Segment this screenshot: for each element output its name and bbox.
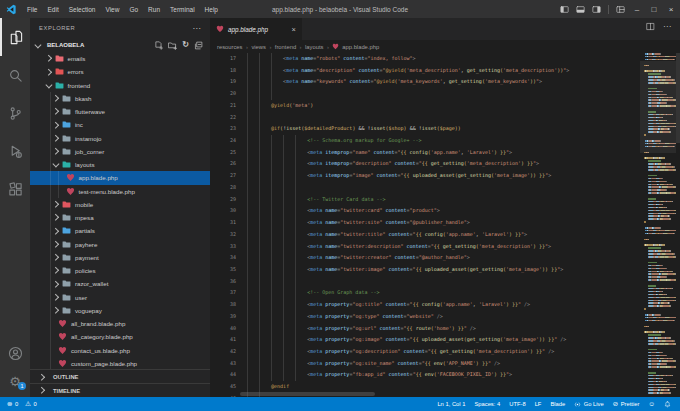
layout-bottom-icon[interactable] (576, 5, 585, 14)
vertical-scrollbar[interactable] (676, 53, 680, 143)
tree-item-policies[interactable]: policies (30, 264, 210, 277)
new-file-icon[interactable] (154, 41, 163, 50)
code-line-24[interactable]: 24<!-- Schema.org markup for Google+ --> (210, 135, 640, 147)
new-folder-icon[interactable] (168, 41, 177, 50)
tree-item-voguepay[interactable]: voguepay (30, 304, 210, 317)
tree-item-errors[interactable]: errors (30, 65, 210, 78)
layout-left-icon[interactable] (560, 5, 569, 14)
panel-timeline[interactable]: TIMELINE (30, 383, 210, 397)
menu-edit[interactable]: Edit (42, 6, 63, 13)
tree-item-mobile[interactable]: mobile (30, 198, 210, 211)
code-line-17[interactable]: 17<meta name="robots" content="index, fo… (210, 53, 640, 65)
tree-item-emails[interactable]: emails (30, 52, 210, 65)
code-line-38[interactable]: 38<meta property="og:title" content="{{ … (210, 299, 640, 311)
activity-source-control-icon[interactable] (0, 94, 30, 132)
breadcrumb-item-frontend[interactable]: frontend (275, 44, 296, 50)
horizontal-scrollbar[interactable] (240, 392, 375, 396)
code-line-44[interactable]: 44<meta property="fb:app_id" content="{{… (210, 369, 640, 381)
tree-item-razor-wallet[interactable]: razor_wallet (30, 277, 210, 290)
code-line-42[interactable]: 42<meta property="og:description" conten… (210, 346, 640, 358)
code-line-40[interactable]: 40<meta property="og:url" content="{{ ro… (210, 323, 640, 335)
tree-item-custom-page-blade-php[interactable]: custom_page.blade.php (30, 357, 210, 370)
tree-item-layouts[interactable]: layouts (30, 158, 210, 171)
tree-item-bkash[interactable]: bkash (30, 92, 210, 105)
refresh-icon[interactable]: ↻ (182, 41, 189, 49)
breadcrumb-item-layouts[interactable]: layouts (305, 44, 323, 50)
tab-app-blade-php[interactable]: app.blade.php × (210, 18, 302, 40)
tree-item-payhere[interactable]: payhere (30, 238, 210, 251)
code-line-37[interactable]: 37<!-- Open Graph data --> (210, 287, 640, 299)
breadcrumb-item-views[interactable]: views (251, 44, 266, 50)
menu-go[interactable]: Go (124, 6, 143, 13)
menu-run[interactable]: Run (143, 6, 165, 13)
tree-item-contact-us-blade-php[interactable]: contact_us.blade.php (30, 344, 210, 357)
tree-item-instamojo[interactable]: instamojo (30, 132, 210, 145)
tree-item-all-brand-blade-php[interactable]: all_brand.blade.php (30, 317, 210, 330)
menu-selection[interactable]: Selection (64, 6, 101, 13)
tree-item-inc[interactable]: inc (30, 118, 210, 131)
close-button[interactable]: × (666, 5, 676, 14)
menu-file[interactable]: File (22, 6, 42, 13)
minimap[interactable] (640, 53, 676, 397)
tree-item-flutterwave[interactable]: flutterwave (30, 105, 210, 118)
tree-item-mpesa[interactable]: mpesa (30, 211, 210, 224)
code-line-43[interactable]: 43<meta property="og:site_name" content=… (210, 358, 640, 370)
code-line-34[interactable]: 34<meta name="twitter:creator" content="… (210, 252, 640, 264)
code-line-27[interactable]: 27<meta itemprop="image" content="{{ upl… (210, 170, 640, 182)
menu-view[interactable]: View (100, 6, 124, 13)
panel-outline[interactable]: OUTLINE (30, 369, 210, 383)
status-spaces-4[interactable]: Spaces: 4 (474, 401, 500, 407)
code-line-31[interactable]: 31<meta name="twitter:site" content="@pu… (210, 217, 640, 229)
tree-item-all-category-blade-php[interactable]: all_category.blade.php (30, 330, 210, 343)
tree-item-payment[interactable]: payment (30, 251, 210, 264)
breadcrumb-item-resources[interactable]: resources (217, 44, 242, 50)
activity-explorer-icon[interactable] (0, 18, 30, 56)
tree-item-frontend[interactable]: frontend (30, 79, 210, 92)
activity-extensions-icon[interactable] (0, 170, 30, 208)
tree-item-user[interactable]: user (30, 291, 210, 304)
status-0[interactable]: ⊗0 (7, 401, 18, 408)
split-editor-icon[interactable] (646, 22, 655, 31)
code-editor[interactable]: 17<meta name="robots" content="index, fo… (210, 53, 640, 397)
code-line-26[interactable]: 26<meta itemprop="description" content="… (210, 158, 640, 170)
code-line-25[interactable]: 25<meta itemprop="name" content="{{ conf… (210, 147, 640, 159)
code-line-35[interactable]: 35<meta name="twitter:image" content="{{… (210, 264, 640, 276)
code-line-39[interactable]: 39<meta property="og:type" content="webs… (210, 311, 640, 323)
layout-right-icon[interactable] (592, 5, 601, 14)
status-feedback[interactable]: ☺ (648, 401, 655, 408)
tree-item-partials[interactable]: partials (30, 224, 210, 237)
code-line-19[interactable]: 19<meta name="keywords" content="@yield(… (210, 76, 640, 88)
activity-account-icon[interactable] (0, 339, 30, 367)
status-utf-8[interactable]: UTF-8 (509, 401, 525, 407)
activity-search-icon[interactable] (0, 56, 30, 94)
code-line-41[interactable]: 41<meta property="og:image" content="{{ … (210, 334, 640, 346)
activity-run-debug-icon[interactable] (0, 132, 30, 170)
more-icon[interactable]: ⋯ (663, 22, 672, 31)
code-line-36[interactable]: 36 (210, 276, 640, 288)
code-line-23[interactable]: 23@if(!isset($detailedProduct) && !isset… (210, 123, 640, 135)
workspace-section-header[interactable]: BELAOBELA ↻ (30, 38, 210, 52)
status-0[interactable]: ⚠0 (25, 401, 37, 408)
status-lf[interactable]: LF (535, 401, 542, 407)
layout-custom-icon[interactable] (616, 5, 625, 14)
status-ln-1-col-1[interactable]: Ln 1, Col 1 (437, 401, 465, 407)
code-line-22[interactable]: 22 (210, 112, 640, 124)
status-prettier[interactable]: ⊘Prettier (613, 401, 640, 408)
code-line-21[interactable]: 21@yield('meta') (210, 100, 640, 112)
code-line-18[interactable]: 18<meta name="description" content="@yie… (210, 65, 640, 77)
code-line-32[interactable]: 32<meta name="twitter:title" content="{{… (210, 229, 640, 241)
minimize-button[interactable]: – (632, 5, 642, 14)
collapse-all-icon[interactable] (194, 41, 203, 50)
tree-item-job-corner[interactable]: job_corner (30, 145, 210, 158)
menu-terminal[interactable]: Terminal (165, 6, 200, 13)
status-blade[interactable]: Blade (550, 401, 565, 407)
minimap-slider[interactable] (640, 61, 676, 153)
maximize-button[interactable]: □ (649, 5, 659, 14)
status-bell[interactable] (664, 401, 671, 408)
tab-close-icon[interactable]: × (292, 25, 296, 34)
code-line-33[interactable]: 33<meta name="twitter:description" conte… (210, 241, 640, 253)
code-line-28[interactable]: 28 (210, 182, 640, 194)
menu-help[interactable]: Help (200, 6, 223, 13)
activity-settings-icon[interactable]: ⚙1 (0, 367, 30, 395)
code-line-20[interactable]: 20 (210, 88, 640, 100)
